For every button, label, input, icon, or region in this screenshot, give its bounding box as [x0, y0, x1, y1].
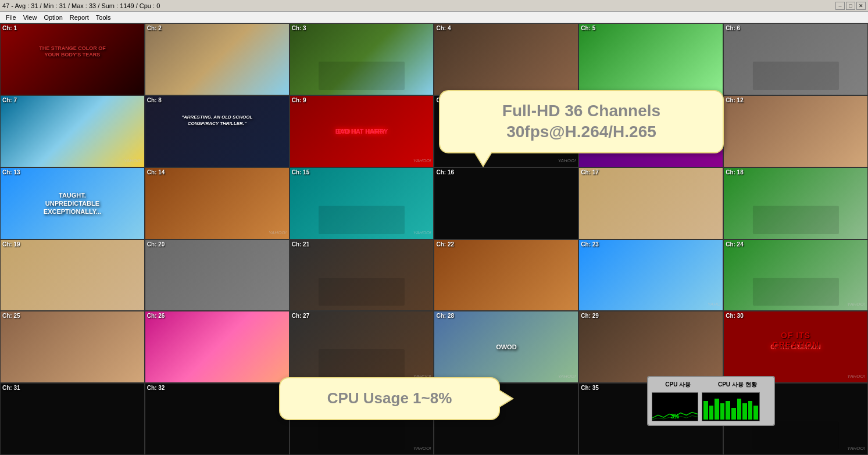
- channel-cell-31[interactable]: Ch: 31: [0, 383, 145, 455]
- titlebar: 47 - Avg : 31 / Min : 31 / Max : 33 / Su…: [0, 0, 868, 12]
- channel-label-4: Ch: 4: [436, 25, 451, 31]
- scene-silhouette-21: [319, 278, 405, 306]
- menu-item-option[interactable]: Option: [40, 13, 66, 22]
- channel-cell-9[interactable]: Ch: 9BAD HAT HARRYYAHOO!BAD HAT HARRY: [290, 95, 434, 167]
- channel-label-14: Ch: 14: [147, 169, 165, 175]
- channel-label-25: Ch: 25: [2, 313, 20, 319]
- scene-silhouette-31: [29, 421, 115, 450]
- minimize-button[interactable]: –: [835, 2, 845, 10]
- close-button[interactable]: ✕: [856, 2, 866, 10]
- cpu-bars: [702, 392, 760, 421]
- channel-cell-16[interactable]: Ch: 16: [434, 167, 578, 239]
- channel-cell-20[interactable]: Ch: 20: [145, 239, 290, 311]
- titlebar-controls: – □ ✕: [835, 2, 866, 10]
- channel-label-30: Ch: 30: [726, 313, 744, 319]
- channel-label-28: Ch: 28: [436, 313, 454, 319]
- maximize-button[interactable]: □: [846, 2, 855, 10]
- channel-cell-17[interactable]: Ch: 17: [578, 167, 723, 239]
- scene-silhouette-3: [319, 62, 405, 90]
- scene-silhouette-6: [753, 62, 839, 90]
- channel-label-29: Ch: 29: [581, 313, 599, 319]
- cpu-bar-1: [709, 406, 714, 420]
- channel-label-17: Ch: 17: [581, 169, 599, 175]
- channel-label-7: Ch: 7: [2, 97, 17, 103]
- channel-cell-7[interactable]: Ch: 7YAHOO!: [0, 95, 145, 167]
- scene-silhouette-15: [319, 206, 405, 234]
- channel-label-23: Ch: 23: [581, 241, 599, 248]
- channel-label-9: Ch: 9: [292, 97, 306, 103]
- yahoo-watermark-33: YAHOO!: [413, 446, 431, 451]
- channel-cell-21[interactable]: Ch: 21: [290, 239, 434, 311]
- scene-silhouette-17: [608, 206, 694, 234]
- channel-label-3: Ch: 3: [292, 25, 306, 31]
- callout-cpu: CPU Usage 1~8%: [279, 377, 500, 420]
- callout-cpu-text: CPU Usage 1~8%: [327, 389, 452, 407]
- channel-cell-2[interactable]: Ch: 2: [145, 23, 290, 95]
- scene-silhouette-4: [463, 62, 549, 90]
- cpu-usage-panel: CPU 사용 CPU 사용 현황 3%: [647, 376, 775, 426]
- neon-sign-9: BAD HAT HARRY: [335, 128, 388, 135]
- channel-cell-25[interactable]: Ch: 25: [0, 311, 145, 383]
- yahoo-watermark-36: YAHOO!: [847, 446, 865, 451]
- cpu-graph: 3%: [652, 392, 698, 421]
- yahoo-watermark-14: YAHOO!: [269, 230, 287, 235]
- channel-cell-12[interactable]: Ch: 12: [723, 95, 868, 167]
- cpu-bar-2: [715, 399, 719, 420]
- channel-cell-19[interactable]: Ch: 19: [0, 239, 145, 311]
- cpu-panel-content: 3%: [652, 392, 770, 421]
- channel-cell-32[interactable]: Ch: 32: [145, 383, 290, 455]
- channel-label-5: Ch: 5: [581, 25, 595, 31]
- channel-cell-29[interactable]: Ch: 29: [578, 311, 723, 383]
- channel-label-1: Ch: 1: [2, 25, 17, 31]
- channel-cell-5[interactable]: Ch: 5: [578, 23, 723, 95]
- scene-silhouette-22: [463, 278, 549, 306]
- cpu-bar-8: [748, 401, 753, 420]
- channel-label-24: Ch: 24: [726, 241, 744, 248]
- scene-silhouette-24: [753, 278, 839, 306]
- yahoo-watermark-15: YAHOO!: [413, 230, 431, 235]
- channel-cell-24[interactable]: Ch: 24YAHOO!: [723, 239, 868, 311]
- yahoo-watermark-9: YAHOO!: [413, 158, 431, 163]
- channel-cell-26[interactable]: Ch: 26: [145, 311, 290, 383]
- cpu-bar-0: [703, 401, 708, 420]
- cpu-bar-9: [753, 406, 758, 420]
- scene-silhouette-32: [174, 421, 260, 450]
- menu-item-view[interactable]: View: [20, 13, 41, 22]
- channel-label-19: Ch: 19: [2, 241, 20, 248]
- scene-silhouette-19: [29, 278, 115, 306]
- scene-silhouette-7: [29, 134, 115, 162]
- channel-cell-30[interactable]: Ch: 30OF ITS CREATIONYAHOO!OF ITSCREATIO…: [723, 311, 868, 383]
- channel-cell-14[interactable]: Ch: 14YAHOO!: [145, 167, 290, 239]
- menu-item-file[interactable]: File: [2, 13, 20, 22]
- channel-label-15: Ch: 15: [292, 169, 310, 175]
- channel-cell-1[interactable]: Ch: 1THE STRANGE COLOR OF YOUR BODY'S TE…: [0, 23, 145, 95]
- channel-cell-22[interactable]: Ch: 22: [434, 239, 578, 311]
- scene-silhouette-23: [608, 278, 694, 306]
- cpu-percent: 3%: [671, 413, 679, 420]
- cpu-panel-header: CPU 사용 CPU 사용 현황: [652, 381, 770, 389]
- menu-item-tools[interactable]: Tools: [92, 13, 115, 22]
- channel-label-16: Ch: 16: [436, 169, 454, 175]
- scene-silhouette-26: [174, 349, 260, 378]
- channel-label-8: Ch: 8: [147, 97, 162, 103]
- channel-cell-13[interactable]: Ch: 13TAUGHT. UNPREDICTABLE EXCEPTIONALL…: [0, 167, 145, 239]
- channel-cell-27[interactable]: Ch: 27YAHOO!: [290, 311, 434, 383]
- menu-item-report[interactable]: Report: [66, 13, 92, 22]
- channel-cell-23[interactable]: Ch: 23YAHO: [578, 239, 723, 311]
- yahoo-watermark-24: YAHOO!: [847, 302, 865, 307]
- scene-silhouette-33: [319, 421, 405, 450]
- yahoo-watermark-10: YAHOO!: [558, 158, 576, 163]
- scene-silhouette-27: [319, 349, 405, 378]
- channel-cell-3[interactable]: Ch: 3: [290, 23, 434, 95]
- channel-label-32: Ch: 32: [147, 385, 165, 391]
- callout-hd-text: Full-HD 36 Channels30fps@H.264/H.265: [502, 102, 660, 141]
- channel-cell-18[interactable]: Ch: 18: [723, 167, 868, 239]
- channel-label-22: Ch: 22: [436, 241, 454, 248]
- channel-cell-6[interactable]: Ch: 6: [723, 23, 868, 95]
- channel-overlay-text-8: "ARRESTING. AN OLD SCHOOL CONSPIRACY THR…: [181, 114, 253, 127]
- channel-cell-15[interactable]: Ch: 15YAHOO!: [290, 167, 434, 239]
- channel-cell-28[interactable]: Ch: 28OWODYAHOO!: [434, 311, 578, 383]
- channel-cell-8[interactable]: Ch: 8"ARRESTING. AN OLD SCHOOL CONSPIRAC…: [145, 95, 290, 167]
- channel-cell-4[interactable]: Ch: 4: [434, 23, 578, 95]
- cpu-bar-3: [720, 403, 725, 420]
